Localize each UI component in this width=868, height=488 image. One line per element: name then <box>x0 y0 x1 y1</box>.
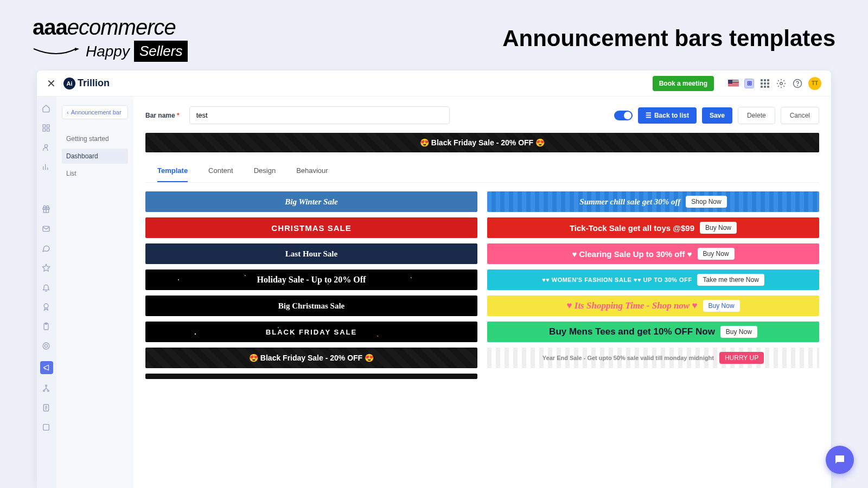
rail-tree-icon[interactable] <box>42 384 52 394</box>
template-card[interactable]: BLACK FRIDAY SALE <box>145 322 477 342</box>
bar-name-label: Bar name * <box>145 112 180 119</box>
template-card[interactable]: Tick-Tock Sale get all toys @$99Buy Now <box>487 217 819 238</box>
template-cta-button[interactable]: Buy Now <box>698 248 735 260</box>
rail-badge-icon[interactable] <box>42 303 52 312</box>
rail-gift-icon[interactable] <box>42 205 52 215</box>
rail-target-icon[interactable] <box>42 342 52 351</box>
rail-grid-icon[interactable] <box>42 124 52 133</box>
tab-template[interactable]: Template <box>157 159 188 182</box>
template-text: ♥♥ WOMEN'S FASHION SALE ♥♥ UP TO 30% OFF <box>542 277 692 283</box>
template-cta-button[interactable]: Buy Now <box>703 300 740 312</box>
template-text: Summer chill sale get 30% off <box>579 197 680 207</box>
svg-point-0 <box>780 82 783 85</box>
template-text: Buy Mens Tees and get 10% OFF Now <box>549 326 715 337</box>
app-logo[interactable]: Ai Trillion <box>63 78 110 89</box>
close-icon[interactable]: ✕ <box>47 77 56 90</box>
rail-stats-icon[interactable] <box>42 163 52 172</box>
svg-point-2 <box>797 85 798 86</box>
svg-point-11 <box>44 304 48 308</box>
rail-box-icon[interactable] <box>42 423 52 433</box>
chat-bubble-button[interactable] <box>826 446 854 474</box>
template-card[interactable] <box>145 374 477 379</box>
sidebar-item-getting-started[interactable]: Getting started <box>62 131 128 146</box>
help-icon[interactable] <box>792 78 803 89</box>
delete-button[interactable]: Delete <box>738 107 775 124</box>
template-cta-button[interactable]: Shop Now <box>686 196 726 208</box>
avatar[interactable]: TT <box>808 77 821 90</box>
rail-megaphone-icon[interactable] <box>40 361 53 374</box>
main-panel: Bar name * ☰Back to list Save Delete Can… <box>133 97 831 488</box>
template-card[interactable]: 😍 Black Friday Sale - 20% OFF 😍 <box>145 348 477 368</box>
back-to-list-button[interactable]: ☰Back to list <box>638 107 697 124</box>
template-text: Big Winter Sale <box>285 197 338 207</box>
ai-badge: Ai <box>63 78 75 89</box>
sidebar-item-dashboard[interactable]: Dashboard <box>62 149 128 164</box>
svg-point-17 <box>43 390 45 391</box>
template-card[interactable]: Holiday Sale - Up to 20% Off <box>145 269 477 290</box>
template-cta-button[interactable]: Buy Now <box>720 326 757 338</box>
enable-toggle[interactable] <box>614 111 633 120</box>
rail-chat-icon[interactable] <box>42 244 52 254</box>
template-card[interactable]: Last Hour Sale <box>145 243 477 264</box>
rail-user-icon[interactable] <box>42 143 52 153</box>
brand-sellers: Sellers <box>134 41 188 62</box>
bar-name-input[interactable] <box>189 106 450 124</box>
svg-point-7 <box>44 145 47 147</box>
template-grid: Big Winter SaleCHRISTMAS SALELast Hour S… <box>145 191 819 379</box>
flag-icon[interactable] <box>728 80 739 87</box>
app-window: ✕ Ai Trillion Book a meeting ⊞ TT <box>37 70 831 488</box>
template-card[interactable]: ♥ Clearing Sale Up to 30% off ♥Buy Now <box>487 243 819 264</box>
svg-point-18 <box>48 390 49 391</box>
svg-rect-5 <box>43 129 46 131</box>
apps-icon[interactable] <box>760 78 770 89</box>
svg-point-15 <box>44 344 47 347</box>
template-text: Year End Sale - Get upto 50% sale valid … <box>542 355 714 361</box>
breadcrumb-label: Announcement bar <box>71 109 122 115</box>
template-text: Big Christmas Sale <box>278 301 345 311</box>
rail-clipboard-icon[interactable] <box>42 322 52 332</box>
rail-star-icon[interactable] <box>42 264 52 273</box>
template-card[interactable]: Buy Mens Tees and get 10% OFF NowBuy Now <box>487 322 819 342</box>
smile-icon <box>33 47 81 56</box>
template-card[interactable]: Year End Sale - Get upto 50% sale valid … <box>487 348 819 368</box>
template-card[interactable]: CHRISTMAS SALE <box>145 217 477 238</box>
template-text: BLACK FRIDAY SALE <box>266 328 357 336</box>
template-card[interactable]: Big Christmas Sale <box>145 296 477 316</box>
book-meeting-button[interactable]: Book a meeting <box>653 76 714 91</box>
gear-icon[interactable] <box>776 78 787 89</box>
rail-home-icon[interactable] <box>42 104 52 114</box>
brand-happy: Happy <box>86 43 130 60</box>
rail-mail-icon[interactable] <box>42 224 52 234</box>
template-text: ♥ Its Shopping Time - Shop now ♥ <box>566 300 697 311</box>
template-text: 😍 Black Friday Sale - 20% OFF 😍 <box>249 354 374 362</box>
app-topbar: ✕ Ai Trillion Book a meeting ⊞ TT <box>37 70 831 97</box>
svg-rect-20 <box>43 425 49 431</box>
cancel-button[interactable]: Cancel <box>781 107 819 124</box>
tab-behaviour[interactable]: Behaviour <box>296 159 328 182</box>
template-card[interactable]: Big Winter Sale <box>145 191 477 212</box>
rail-doc-icon[interactable] <box>42 403 52 413</box>
icon-rail <box>37 97 56 488</box>
svg-point-16 <box>46 385 47 387</box>
template-card[interactable]: Summer chill sale get 30% offShop Now <box>487 191 819 212</box>
brand-logo: aaaecommerce Happy Sellers <box>33 15 188 62</box>
breadcrumb-back[interactable]: ‹ Announcement bar <box>62 105 128 119</box>
chevron-left-icon: ‹ <box>67 109 69 115</box>
brand-aaa: aaa <box>33 15 67 39</box>
rail-bell-icon[interactable] <box>42 283 52 293</box>
save-button[interactable]: Save <box>702 107 732 124</box>
widget-icon[interactable]: ⊞ <box>744 79 754 88</box>
template-cta-button[interactable]: Buy Now <box>700 222 737 234</box>
template-cta-button[interactable]: Take me there Now <box>697 274 764 286</box>
tab-design[interactable]: Design <box>254 159 276 182</box>
svg-rect-6 <box>47 129 49 131</box>
template-cta-button[interactable]: HURRY UP <box>719 352 764 364</box>
template-card[interactable]: ♥♥ WOMEN'S FASHION SALE ♥♥ UP TO 30% OFF… <box>487 269 819 290</box>
sub-sidebar: ‹ Announcement bar Getting startedDashbo… <box>56 97 133 488</box>
template-text: Last Hour Sale <box>285 249 337 259</box>
template-text: Holiday Sale - Up to 20% Off <box>257 275 366 285</box>
svg-rect-4 <box>47 125 49 127</box>
template-card[interactable]: ♥ Its Shopping Time - Shop now ♥Buy Now <box>487 296 819 316</box>
sidebar-item-list[interactable]: List <box>62 166 128 181</box>
tab-content[interactable]: Content <box>208 159 233 182</box>
